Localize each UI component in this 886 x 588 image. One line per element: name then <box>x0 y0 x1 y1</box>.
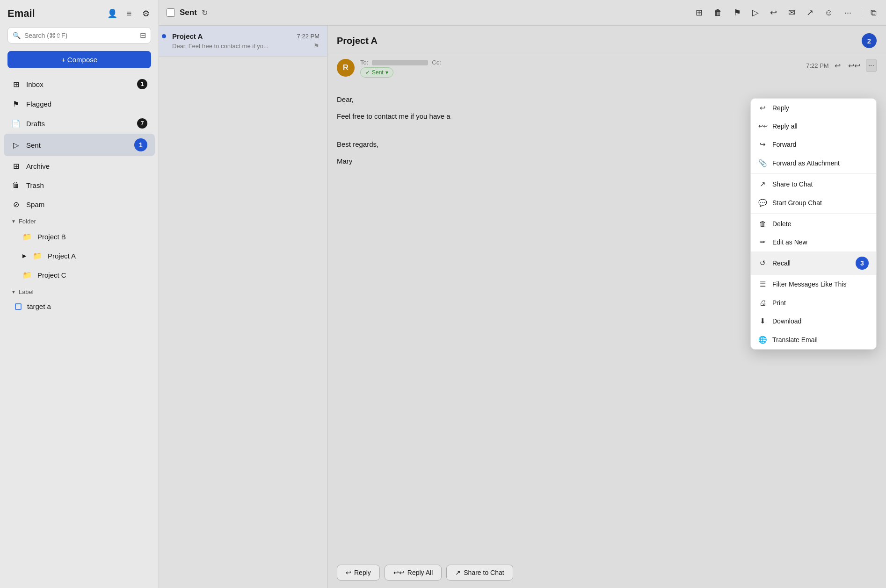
dropdown-translate[interactable]: 🌐 Translate Email <box>751 330 876 349</box>
divider-1 <box>751 173 876 174</box>
toolbar-window-icon[interactable]: ⧉ <box>869 6 879 20</box>
sent-status-badge[interactable]: ✓ Sent ▾ <box>360 67 393 78</box>
toolbar-play-icon[interactable]: ▷ <box>750 6 761 20</box>
dropdown-share-chat[interactable]: ↗ Share to Chat <box>751 175 876 194</box>
email-meta: R To: Cc: ✓ Sent ▾ <box>327 53 886 85</box>
archive-label: Archive <box>26 162 147 170</box>
filter-icon[interactable]: ⊟ <box>140 31 146 40</box>
dropdown-download-icon: ⬇ <box>758 317 767 325</box>
inbox-icon: ⊞ <box>11 79 21 89</box>
sidebar-item-archive[interactable]: ⊞ Archive <box>4 157 155 175</box>
toolbar-emoji-icon[interactable]: ☺ <box>823 6 835 20</box>
sidebar-item-flagged[interactable]: ⚑ Flagged <box>4 94 155 113</box>
email-status-row: ✓ Sent ▾ <box>360 67 800 78</box>
dropdown-download[interactable]: ⬇ Download <box>751 312 876 330</box>
flagged-label: Flagged <box>26 100 147 108</box>
spam-icon: ⊘ <box>11 200 21 209</box>
email-meta-details: To: Cc: ✓ Sent ▾ <box>360 59 800 79</box>
dropdown-fwd-attach-icon: 📎 <box>758 159 767 167</box>
unread-dot <box>162 34 166 38</box>
sidebar-item-trash[interactable]: 🗑 Trash <box>4 176 155 194</box>
sidebar-item-spam[interactable]: ⊘ Spam <box>4 195 155 214</box>
sent-label: Sent <box>26 141 129 149</box>
sent-check-icon: ✓ <box>365 69 370 76</box>
share-chat-button[interactable]: ↗ Share to Chat <box>446 565 513 581</box>
select-all-checkbox[interactable] <box>167 8 175 17</box>
dropdown-forward-attachment[interactable]: 📎 Forward as Attachment <box>751 154 876 172</box>
reply-button[interactable]: ↩ Reply <box>337 565 380 581</box>
project-c-label: Project C <box>37 271 147 279</box>
to-label: To: <box>360 59 368 66</box>
share-chat-btn-label: Share to Chat <box>464 569 504 576</box>
dropdown-recall-icon: ↺ <box>758 259 767 267</box>
contacts-icon[interactable]: 👤 <box>107 8 117 19</box>
dropdown-delete-icon: 🗑 <box>758 220 767 228</box>
dropdown-reply[interactable]: ↩ Reply <box>751 99 876 117</box>
toolbar-flag-icon[interactable]: ⚑ <box>732 6 743 20</box>
app-title: Email <box>7 7 102 20</box>
sidebar-item-target-a[interactable]: target a <box>4 298 155 315</box>
email-actions: ↩ Reply ↩↩ Reply All ↗ Share to Chat <box>327 557 886 588</box>
email-to-row: To: Cc: <box>360 59 800 66</box>
sidebar-item-drafts[interactable]: 📄 Drafts 7 <box>4 114 155 133</box>
trash-label: Trash <box>26 181 147 189</box>
dropdown-print-icon: 🖨 <box>758 299 767 307</box>
label-section-header[interactable]: ▼ Label <box>0 285 159 297</box>
dropdown-menu: ↩ Reply ↩↩ Reply all ↪ Forward <box>750 98 877 350</box>
dropdown-group-chat-label: Start Group Chat <box>772 199 822 207</box>
list-icon[interactable]: ≡ <box>124 8 134 19</box>
dropdown-print[interactable]: 🖨 Print <box>751 294 876 312</box>
email-sender: Project A <box>167 32 203 40</box>
flag-icon: ⚑ <box>11 99 21 108</box>
sidebar-item-sent[interactable]: ▷ Sent 1 <box>4 134 155 156</box>
dropdown-edit-icon: ✏ <box>758 238 767 246</box>
toolbar-move-icon[interactable]: ⊞ <box>694 6 704 20</box>
dropdown-reply-all-label: Reply all <box>772 122 798 130</box>
dropdown-edit-new[interactable]: ✏ Edit as New <box>751 233 876 251</box>
sidebar-item-project-a[interactable]: ▶ 📁 Project A <box>4 246 155 265</box>
dropdown-reply-all[interactable]: ↩↩ Reply all <box>751 117 876 135</box>
sidebar-item-project-c[interactable]: 📁 Project C <box>4 265 155 284</box>
reply-icon[interactable]: ↩ <box>833 59 842 72</box>
email-item[interactable]: Project A 7:22 PM Dear, Feel free to con… <box>159 26 327 57</box>
reply-btn-label: Reply <box>354 569 371 576</box>
refresh-icon[interactable]: ↻ <box>202 8 208 17</box>
settings-icon[interactable]: ⚙ <box>141 8 151 19</box>
toolbar-trash-icon[interactable]: 🗑 <box>712 6 724 20</box>
dropdown-edit-label: Edit as New <box>772 238 807 246</box>
drafts-label: Drafts <box>26 120 131 128</box>
dropdown-filter[interactable]: ☰ Filter Messages Like This <box>751 275 876 294</box>
reply-all-button[interactable]: ↩↩ Reply All <box>385 565 442 581</box>
sidebar: Email 👤 ≡ ⚙ 🔍 ⊟ + Compose ⊞ Inbox 1 ⚑ F <box>0 0 159 588</box>
dropdown-delete[interactable]: 🗑 Delete <box>751 215 876 233</box>
dropdown-forward[interactable]: ↪ Forward <box>751 135 876 154</box>
sidebar-item-project-b[interactable]: 📁 Project B <box>4 227 155 246</box>
target-a-label: target a <box>27 302 147 310</box>
dropdown-forward-label: Forward <box>772 141 796 148</box>
dropdown-recall[interactable]: ↺ Recall 3 <box>751 251 876 275</box>
toolbar-more-icon[interactable]: ··· <box>842 6 853 20</box>
toolbar-reply-icon[interactable]: ↩ <box>768 6 779 20</box>
dropdown-group-chat[interactable]: 💬 Start Group Chat <box>751 194 876 212</box>
inbox-label: Inbox <box>26 80 131 88</box>
step-badge-3: 3 <box>856 257 869 270</box>
search-bar[interactable]: 🔍 ⊟ <box>7 27 151 43</box>
folder-section-header[interactable]: ▼ Folder <box>0 214 159 227</box>
email-time: 7:22 PM <box>806 62 828 69</box>
expand-arrow-icon: ▶ <box>22 253 26 259</box>
avatar: R <box>337 59 355 77</box>
toolbar-share-icon[interactable]: ↗ <box>805 6 815 20</box>
email-preview: Dear, Feel free to contact me if yo... ⚑ <box>167 42 320 50</box>
to-address <box>372 60 428 65</box>
search-input[interactable] <box>24 32 136 39</box>
dropdown-share-icon: ↗ <box>758 180 767 188</box>
reply-all-icon[interactable]: ↩↩ <box>846 59 862 72</box>
more-options-icon[interactable]: ··· <box>866 59 877 72</box>
compose-button[interactable]: + Compose <box>7 51 151 68</box>
share-chat-btn-icon: ↗ <box>455 569 461 576</box>
toolbar-mail-icon[interactable]: ✉ <box>786 6 797 20</box>
email-view: Project A 2 R To: Cc: ✓ <box>327 26 886 588</box>
sidebar-item-inbox[interactable]: ⊞ Inbox 1 <box>4 74 155 94</box>
reply-all-btn-icon: ↩↩ <box>393 569 405 576</box>
dropdown-reply-label: Reply <box>772 104 789 112</box>
